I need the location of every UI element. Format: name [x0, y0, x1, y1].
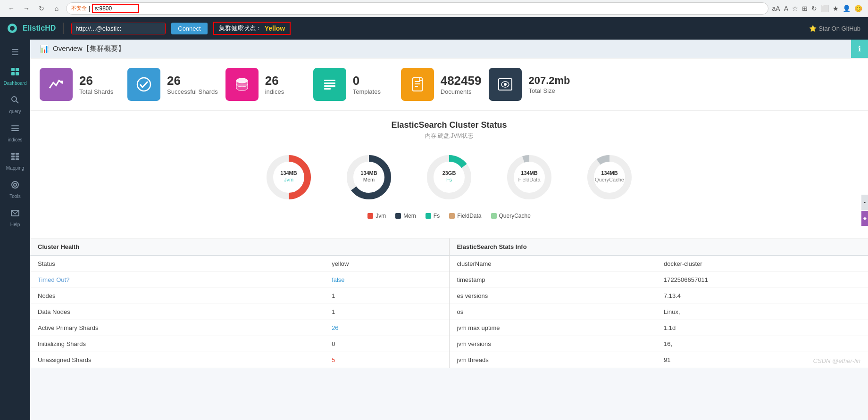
help-label: Help — [10, 222, 20, 227]
svg-rect-26 — [324, 88, 331, 90]
sidebar-item-mapping[interactable]: Mapping — [0, 148, 30, 174]
svg-text:134MB: 134MB — [521, 170, 538, 176]
cluster-health-row: Timed Out?false — [30, 272, 449, 288]
svg-text:23GB: 23GB — [442, 170, 456, 176]
extension-icon[interactable]: ⊞ — [802, 5, 808, 12]
sidebar-menu-toggle[interactable]: ☰ — [0, 43, 30, 61]
legend-jvm-dot — [367, 213, 373, 219]
fielddata-chart: 134MB FieldData — [503, 151, 555, 203]
querycache-donut-svg: 134MB QueryCache — [584, 151, 635, 203]
donut-charts-row: 134MB Jvm 134MB Mem — [40, 151, 859, 203]
favorites-icon[interactable]: ★ — [833, 5, 839, 12]
cluster-status-title: ElasticSearch Cluster Status — [40, 120, 859, 130]
templates-stat-label: Templates — [353, 88, 381, 95]
query-icon — [10, 95, 20, 107]
jvm-chart: 134MB Jvm — [263, 151, 315, 203]
cluster-health-row: Unassigned Shards5 — [30, 352, 449, 368]
reload-button[interactable]: ↻ — [36, 3, 47, 14]
dashboard-icon — [10, 67, 20, 79]
svg-text:QueryCache: QueryCache — [595, 177, 624, 182]
elastic-stats-key: timestamp — [450, 272, 656, 288]
elastic-stats-key: jvm versions — [450, 336, 656, 352]
indices-stat-info: 26 indices — [265, 74, 284, 95]
svg-text:134MB: 134MB — [360, 170, 377, 176]
help-icon — [10, 208, 20, 220]
stat-templates: 0 Templates — [313, 68, 393, 101]
svg-point-17 — [12, 181, 18, 188]
sidebar-item-dashboard[interactable]: Dashboard — [0, 63, 30, 90]
elastic-stats-row: jvm versions16, — [450, 336, 868, 352]
url-separator: | — [89, 5, 90, 12]
cluster-status-section: ElasticSearch Cluster Status 内存,硬盘,JVM状态… — [30, 111, 868, 239]
edge-button-bottom[interactable]: ◆ — [861, 211, 868, 226]
svg-text:Fs: Fs — [446, 177, 452, 182]
home-button[interactable]: ⌂ — [51, 3, 62, 14]
elastic-stats-row: jvm threads91 — [450, 352, 868, 368]
legend-fs: Fs — [426, 213, 440, 219]
forward-button[interactable]: → — [21, 3, 32, 14]
back-button[interactable]: ← — [6, 3, 17, 14]
cluster-health-row: Active Primary Shards26 — [30, 320, 449, 336]
account-icon[interactable]: 😊 — [854, 5, 862, 12]
elastic-stats-value: 7.13.4 — [656, 288, 868, 304]
elastic-stats-value: 16, — [656, 336, 868, 352]
fs-donut-svg: 23GB Fs — [423, 151, 475, 203]
sidebar-item-query[interactable]: query — [0, 91, 30, 118]
elastic-stats-key: jvm threads — [450, 352, 656, 368]
elastic-stats-key: jvm max uptime — [450, 320, 656, 336]
documents-stat-info: 482459 Documents — [441, 74, 482, 95]
svg-text:134MB: 134MB — [601, 170, 618, 176]
sidebar-item-indices[interactable]: indices — [0, 120, 30, 146]
app-logo: ElisticHD — [23, 24, 56, 33]
elastic-stats-value: 1722506657011 — [656, 272, 868, 288]
successful-shards-info: 26 Successful Shards — [167, 74, 218, 95]
cluster-health-value: false — [324, 272, 449, 288]
connect-button[interactable]: Connect — [171, 23, 207, 34]
svg-rect-3 — [11, 72, 15, 75]
tools-label: Tools — [9, 194, 20, 199]
logo-divider — [63, 23, 64, 34]
svg-rect-1 — [11, 68, 15, 71]
browser-chrome: ← → ↻ ⌂ 不安全 | aA A ☆ ⊞ ↻ ⬜ ★ 👤 😊 — [0, 0, 868, 17]
total-size-stat-number: 207.2mb — [528, 74, 570, 87]
legend-jvm-label: Jvm — [376, 213, 386, 219]
mapping-icon — [10, 152, 20, 164]
profile-icon[interactable]: 👤 — [843, 5, 851, 12]
star-github[interactable]: ⭐ Star On GitHub — [809, 25, 860, 32]
cluster-health-row: Initializing Shards0 — [30, 336, 449, 352]
split-icon[interactable]: ⬜ — [821, 5, 829, 12]
info-button[interactable]: ℹ — [851, 40, 868, 58]
server-url-input[interactable] — [71, 23, 166, 34]
health-status: 集群健康状态： Yellow — [213, 22, 291, 35]
cluster-health-key: Data Nodes — [30, 304, 324, 320]
svg-rect-24 — [324, 82, 335, 84]
svg-rect-23 — [324, 80, 335, 81]
indices-stat-number: 26 — [265, 74, 284, 88]
cluster-health-row: Data Nodes1 — [30, 304, 449, 320]
cluster-health-value: 26 — [324, 320, 449, 336]
svg-rect-4 — [16, 72, 19, 75]
translate-icon[interactable]: A — [784, 5, 788, 12]
edge-button-top[interactable]: ▪ — [861, 195, 868, 210]
elastic-stats-key: clusterName — [450, 255, 656, 272]
bookmark-icon[interactable]: ☆ — [792, 5, 798, 12]
url-input[interactable] — [92, 4, 139, 13]
svg-point-33 — [504, 83, 507, 86]
content-area: 📊 Overview【集群概要】 ℹ 26 Total Shards — [30, 40, 868, 420]
cluster-health-header: Cluster Health — [30, 239, 449, 255]
reader-icon[interactable]: aA — [772, 5, 780, 12]
sidebar: ☰ Dashboard query indices Mapping — [0, 40, 30, 420]
stat-successful-shards: 26 Successful Shards — [127, 68, 218, 101]
cluster-health-table: Cluster Health StatusyellowTimed Out?fal… — [30, 239, 449, 368]
cluster-health-value: 1 — [324, 304, 449, 320]
svg-rect-7 — [11, 125, 19, 126]
cluster-health-key: Unassigned Shards — [30, 352, 324, 368]
successful-shards-label: Successful Shards — [167, 88, 218, 95]
sidebar-item-help[interactable]: Help — [0, 205, 30, 231]
sidebar-item-tools[interactable]: Tools — [0, 176, 30, 203]
total-shards-info: 26 Total Shards — [79, 74, 113, 95]
svg-text:134MB: 134MB — [280, 170, 297, 176]
refresh-icon[interactable]: ↻ — [811, 5, 817, 12]
cluster-health-key: Nodes — [30, 288, 324, 304]
browser-icons: aA A ☆ ⊞ ↻ ⬜ ★ 👤 😊 — [772, 5, 862, 12]
